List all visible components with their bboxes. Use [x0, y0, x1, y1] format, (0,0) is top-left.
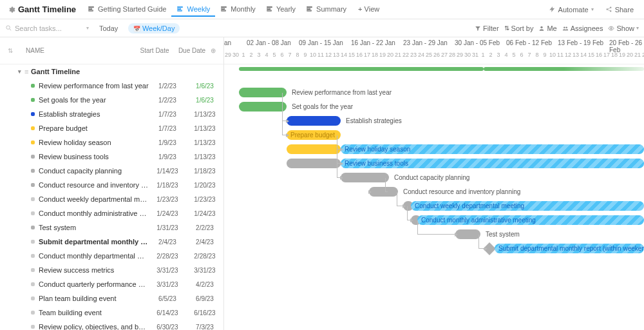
assignees-button[interactable]: Assignees	[562, 24, 603, 32]
today-button[interactable]: Today	[94, 23, 123, 34]
gantt-bar[interactable]	[341, 173, 389, 182]
task-row[interactable]: Team building event6/14/236/16/23	[0, 306, 223, 320]
task-row[interactable]: Review holiday season1/9/231/13/23	[0, 135, 223, 150]
gantt-bar[interactable]	[455, 229, 480, 239]
dependency-arrow	[368, 190, 372, 194]
automate-button[interactable]: Automate ▾	[544, 4, 599, 15]
bar-label: Review performance from last year	[292, 89, 392, 96]
day-label: 27	[440, 52, 448, 58]
bar-label: Establish strategies	[346, 117, 402, 124]
day-label: 10	[309, 52, 317, 58]
day-label: 9	[301, 52, 309, 58]
day-label: 29	[224, 52, 232, 58]
collapse-icon[interactable]: ▾	[18, 68, 24, 75]
day-label: 16	[355, 52, 363, 58]
sort-button[interactable]: ⇅ Sort by	[504, 24, 534, 32]
week-label: 02 Jan - 08 Jan	[247, 39, 291, 46]
task-row[interactable]: Conduct monthly administrative m...1/24/…	[0, 206, 223, 220]
gantt-bar[interactable]	[369, 187, 398, 197]
due-date: 1/13/23	[186, 125, 223, 132]
filter-icon	[475, 25, 481, 32]
search-input[interactable]: Search tasks... ▾	[5, 24, 89, 32]
gantt-bar-overflow[interactable]: Review business tools	[341, 159, 644, 168]
add-view-button[interactable]: + View	[353, 3, 384, 17]
day-label: 3	[255, 52, 263, 58]
due-date: 1/18/23	[186, 168, 223, 175]
svg-rect-14	[307, 10, 311, 10]
svg-rect-12	[307, 6, 312, 7]
task-row[interactable]: Conduct weekly departmental me...1/23/23…	[0, 192, 223, 206]
dependency-arrow	[340, 176, 343, 180]
start-date: 6/14/23	[149, 309, 186, 316]
due-date: 1/24/23	[186, 210, 223, 217]
grid-header: ⇅ NAME Start Date Due Date ⊕	[0, 37, 223, 64]
col-name[interactable]: NAME	[26, 47, 136, 54]
task-row[interactable]: Review business tools1/9/231/13/23	[0, 150, 223, 164]
task-row[interactable]: Set goals for the year1/2/231/6/23	[0, 93, 223, 107]
day-label: 14	[340, 52, 348, 58]
scale-toggle[interactable]: 📅 Week/Day	[128, 23, 180, 34]
day-label: 26	[433, 52, 440, 58]
day-label: 21	[634, 52, 641, 58]
task-row[interactable]: Submit departmental monthly re...2/4/232…	[0, 235, 223, 249]
add-column-button[interactable]: ⊕	[211, 47, 223, 54]
day-label: 30	[464, 52, 471, 58]
start-date: 6/5/23	[149, 295, 186, 302]
day-label: 4	[263, 52, 270, 58]
day-label: 22	[402, 52, 410, 58]
due-date: 3/31/23	[186, 267, 223, 274]
tab-summary[interactable]: Summary	[301, 3, 352, 17]
task-row[interactable]: Review performance from last year1/2/231…	[0, 79, 223, 93]
group-row[interactable]: ▾≡Gantt Timeline	[0, 64, 223, 79]
start-date: 3/31/23	[149, 281, 186, 288]
col-due[interactable]: Due Date	[173, 47, 211, 54]
gantt-bar[interactable]	[239, 88, 287, 97]
group-summary-bar[interactable]	[239, 67, 484, 71]
task-name: Submit departmental monthly re...	[39, 238, 149, 246]
svg-rect-10	[267, 8, 270, 9]
start-date: 1/2/23	[149, 82, 186, 90]
gantt-bar-overflow[interactable]: Conduct weekly departmental meeting	[411, 201, 644, 211]
task-row[interactable]: Prepare budget1/7/231/13/23	[0, 121, 223, 135]
task-row[interactable]: Plan team building event6/5/236/9/23	[0, 291, 223, 306]
show-button[interactable]: Show ▾	[608, 24, 639, 32]
group-summary-bar	[484, 67, 644, 71]
start-date: 1/14/23	[149, 168, 186, 175]
task-row[interactable]: Review success metrics3/31/233/31/23	[0, 263, 223, 277]
status-square	[31, 169, 35, 173]
gantt-bar[interactable]	[239, 102, 287, 112]
day-label: 14	[580, 52, 587, 58]
task-row[interactable]: Establish strategies1/7/231/13/23	[0, 107, 223, 121]
share-button[interactable]: Share	[600, 4, 639, 15]
task-row[interactable]: Test system1/31/232/2/23	[0, 220, 223, 235]
tab-yearly[interactable]: Yearly	[261, 3, 301, 17]
gantt-bar[interactable]	[287, 116, 341, 126]
task-row[interactable]: Conduct quarterly performance m...3/31/2…	[0, 277, 223, 291]
task-row[interactable]: Conduct resource and inventory pl...1/18…	[0, 178, 223, 192]
task-row[interactable]: Review policy, objectives, and busi...6/…	[0, 320, 223, 330]
task-row[interactable]: Conduct capacity planning1/14/231/18/23	[0, 164, 223, 178]
me-filter-button[interactable]: Me	[538, 24, 556, 32]
gantt-bar-overflow[interactable]: Submit departmental monthly report (with…	[495, 244, 644, 253]
task-row[interactable]: Conduct monthly departmental m...2/28/23…	[0, 249, 223, 263]
gantt-bar[interactable]: Prepare budget	[287, 130, 341, 140]
tab-monthly[interactable]: Monthly	[215, 3, 261, 17]
day-label: 5	[270, 52, 278, 58]
svg-rect-1	[89, 8, 92, 9]
day-label: 15	[348, 52, 355, 58]
sort-handle-icon[interactable]: ⇅	[8, 47, 13, 54]
gantt-bar[interactable]	[287, 144, 341, 154]
day-label: 5	[510, 52, 518, 58]
chevron-down-icon: ▾	[591, 6, 594, 12]
tab-getting-started-guide[interactable]: Getting Started Guide	[82, 3, 171, 17]
due-date: 4/2/23	[186, 281, 223, 288]
start-date: 1/2/23	[149, 97, 186, 104]
tab-weekly[interactable]: Weekly	[171, 3, 215, 17]
col-start[interactable]: Start Date	[136, 47, 173, 54]
dependency-line	[385, 178, 388, 192]
day-label: 7	[526, 52, 533, 58]
gantt-timeline[interactable]: an02 Jan - 08 Jan09 Jan - 15 Jan16 Jan -…	[224, 37, 644, 330]
gantt-bar-overflow[interactable]: Review holiday season	[341, 144, 644, 154]
filter-button[interactable]: Filter	[475, 24, 498, 32]
gantt-bar[interactable]	[287, 159, 341, 168]
